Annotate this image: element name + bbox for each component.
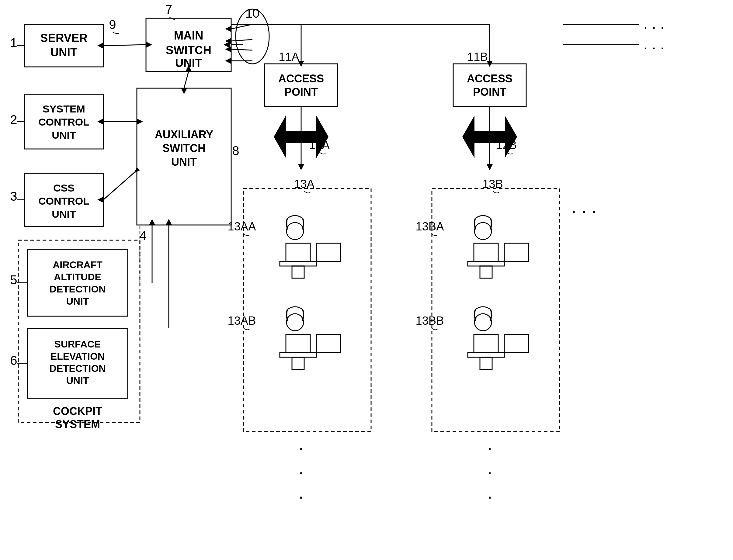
css-control-label3: UNIT (52, 208, 76, 220)
ref-6: 6 (10, 353, 17, 368)
surface-elev-label2: ELEVATION (50, 351, 105, 362)
aircraft-altitude-label4: UNIT (66, 296, 89, 307)
ref-13ba: 13BA (416, 220, 444, 233)
dots-13b2: . (487, 458, 493, 478)
aux-switch-label1: AUXILIARY (155, 128, 213, 141)
dots-13b3: . (487, 482, 493, 503)
system-diagram: SERVER UNIT SYSTEM CONTROL UNIT CSS CONT… (0, 0, 733, 560)
surface-elev-label4: UNIT (66, 375, 89, 386)
aircraft-altitude-label2: ALTITUDE (54, 271, 101, 282)
system-control-label3: UNIT (52, 129, 76, 141)
dots-13a: . (299, 434, 304, 454)
system-control-label1: SYSTEM (43, 103, 85, 115)
aircraft-altitude-label3: DETECTION (50, 284, 106, 295)
server-unit-label2: UNIT (50, 46, 78, 59)
main-switch-label2: SWITCH (166, 44, 211, 57)
dots-13a3: . (299, 482, 304, 503)
ref-13aa: 13AA (228, 220, 256, 233)
dots-top: . . . (643, 15, 664, 32)
ref-4: 4 (139, 229, 146, 243)
ref-2: 2 (10, 112, 17, 127)
aux-switch-label2: SWITCH (162, 142, 206, 154)
css-control-label1: CSS (53, 182, 74, 194)
ref-13a: 13A (294, 178, 314, 190)
svg-rect-12 (432, 188, 560, 432)
access-point-b-label2: POINT (473, 86, 507, 98)
access-point-a-label2: POINT (284, 86, 318, 98)
ref-9: 9 (109, 17, 116, 32)
surface-elev-label1: SURFACE (54, 339, 101, 350)
dots-mid: . . . (643, 36, 664, 53)
ref-13ab: 13AB (228, 314, 256, 327)
ref-10: 10 (245, 6, 260, 20)
aux-switch-label3: UNIT (171, 156, 197, 168)
svg-rect-10 (453, 64, 526, 106)
access-point-b-label1: ACCESS (467, 72, 513, 85)
ref-8: 8 (232, 143, 239, 158)
ref-7: 7 (165, 2, 172, 16)
cockpit-system-label: COCKPIT (53, 405, 102, 417)
ref-13b: 13B (482, 178, 503, 190)
main-switch-label1: MAIN (174, 29, 203, 42)
dots-13b: . (487, 434, 493, 454)
dots-right: . . . (571, 196, 596, 217)
cockpit-system-label2: SYSTEM (55, 418, 100, 430)
system-control-label2: CONTROL (38, 116, 89, 128)
ref-11a: 11A (278, 50, 299, 63)
ref-11b: 11B (467, 50, 488, 63)
css-control-label2: CONTROL (38, 195, 89, 207)
ref-1: 1 (10, 36, 17, 50)
access-point-a-label1: ACCESS (278, 72, 324, 85)
svg-rect-11 (243, 188, 371, 432)
server-unit-label: SERVER (40, 32, 88, 44)
surface-elev-label3: DETECTION (50, 363, 106, 374)
svg-rect-9 (264, 64, 337, 106)
ref-13bb: 13BB (416, 314, 444, 327)
dots-13a2: . (299, 458, 304, 478)
ref-3: 3 (10, 189, 17, 203)
ref-5: 5 (10, 273, 17, 287)
svg-rect-1 (24, 24, 103, 67)
aircraft-altitude-label1: AIRCRAFT (53, 259, 102, 270)
